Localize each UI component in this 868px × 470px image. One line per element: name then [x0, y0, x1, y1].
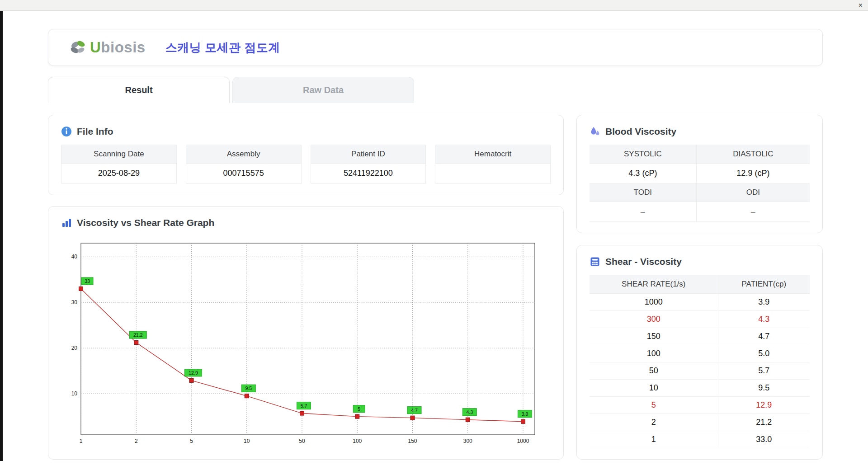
- svg-text:2: 2: [135, 438, 138, 444]
- shear-table-header-row: SHEAR RATE(1/s) PATIENT(cp): [590, 275, 810, 294]
- svg-text:4.3: 4.3: [466, 409, 473, 415]
- patient-cell: 4.3: [718, 311, 810, 328]
- bv-label: DIASTOLIC: [696, 145, 810, 164]
- field-label: Patient ID: [311, 145, 426, 164]
- tab-bar: Result Raw Data: [48, 77, 823, 103]
- file-info-fields: Scanning Date2025-08-29Assembly000715575…: [61, 145, 551, 184]
- info-icon: [61, 126, 72, 137]
- blood-viscosity-title: Blood Viscosity: [605, 126, 676, 137]
- blood-viscosity-table: SYSTOLICDIASTOLIC4.3 (cP)12.9 (cP)TODIOD…: [590, 145, 810, 222]
- patient-cell: 33.0: [718, 431, 810, 448]
- shear-rate-cell: 300: [590, 311, 718, 328]
- bv-value: 12.9 (cP): [696, 164, 810, 183]
- patient-cell: 5.0: [718, 345, 810, 362]
- logo-text-rest: biosis: [101, 39, 145, 56]
- app-content: Ubiosis 스캐닝 모세관 점도계 Result Raw Data File…: [0, 11, 868, 460]
- svg-text:3.9: 3.9: [522, 411, 528, 417]
- shear-rate-cell: 5: [590, 397, 718, 414]
- file-info-field: Hematocrit: [435, 145, 551, 184]
- shear-rate-cell: 2: [590, 414, 718, 431]
- svg-text:10: 10: [244, 438, 250, 444]
- svg-text:9.5: 9.5: [245, 385, 252, 391]
- svg-text:1: 1: [80, 438, 83, 444]
- bv-value: –: [696, 202, 810, 222]
- svg-text:40: 40: [71, 254, 78, 260]
- bv-label: ODI: [696, 183, 810, 202]
- field-label: Scanning Date: [61, 145, 176, 164]
- close-icon[interactable]: ×: [859, 2, 863, 9]
- table-row: 512.9: [590, 397, 810, 414]
- file-info-field: Assembly000715575: [186, 145, 302, 184]
- graph-card: Viscosity vs Shear Rate Graph 1251050100…: [48, 206, 564, 460]
- bv-label-row: SYSTOLICDIASTOLIC: [590, 145, 810, 164]
- patient-cell: 5.7: [718, 362, 810, 380]
- file-info-field: Patient ID52411922100: [311, 145, 426, 184]
- field-label: Assembly: [186, 145, 301, 164]
- table-row: 3004.3: [590, 311, 810, 328]
- patient-cell: 12.9: [718, 397, 810, 414]
- field-value: [435, 164, 550, 183]
- field-value: 000715575: [186, 164, 301, 183]
- blood-viscosity-card: Blood Viscosity SYSTOLICDIASTOLIC4.3 (cP…: [576, 115, 823, 233]
- bv-value: 4.3 (cP): [590, 164, 696, 183]
- shear-rate-cell: 10: [590, 380, 718, 397]
- svg-text:5: 5: [358, 406, 360, 412]
- patient-cell: 3.9: [718, 294, 810, 311]
- svg-text:30: 30: [71, 299, 78, 306]
- svg-text:150: 150: [408, 438, 417, 444]
- file-info-title: File Info: [77, 126, 113, 137]
- file-info-header: File Info: [61, 126, 551, 137]
- shear-viscosity-title: Shear - Viscosity: [605, 256, 682, 267]
- shear-viscosity-card: Shear - Viscosity SHEAR RATE(1/s) PATIEN…: [576, 245, 823, 460]
- right-column: Blood Viscosity SYSTOLICDIASTOLIC4.3 (cP…: [576, 115, 823, 460]
- logo-leaf-icon: [69, 39, 87, 56]
- left-column: File Info Scanning Date2025-08-29Assembl…: [48, 115, 564, 460]
- titlebar: ×: [0, 0, 868, 11]
- bar-chart-icon: [61, 217, 72, 228]
- table-row: 221.2: [590, 414, 810, 431]
- bv-value: –: [590, 202, 696, 222]
- shear-viscosity-table: SHEAR RATE(1/s) PATIENT(cp) 10003.93004.…: [590, 275, 810, 448]
- shear-rate-cell: 100: [590, 345, 718, 362]
- bv-label: SYSTOLIC: [590, 145, 696, 164]
- table-row: 1504.7: [590, 328, 810, 345]
- file-info-field: Scanning Date2025-08-29: [61, 145, 177, 184]
- svg-text:1000: 1000: [517, 438, 529, 444]
- main-grid: File Info Scanning Date2025-08-29Assembl…: [48, 115, 823, 460]
- svg-text:33: 33: [85, 278, 90, 284]
- svg-text:21.2: 21.2: [133, 332, 143, 338]
- bv-value-row: 4.3 (cP)12.9 (cP): [590, 164, 810, 183]
- header-card: Ubiosis 스캐닝 모세관 점도계: [48, 29, 823, 66]
- table-row: 1005.0: [590, 345, 810, 362]
- bv-label-row: TODIODI: [590, 183, 810, 202]
- column-header-patient: PATIENT(cp): [718, 275, 810, 294]
- patient-cell: 9.5: [718, 380, 810, 397]
- tab-result[interactable]: Result: [48, 77, 230, 103]
- shear-rate-cell: 150: [590, 328, 718, 345]
- shear-rate-cell: 1: [590, 431, 718, 448]
- svg-text:5: 5: [190, 438, 193, 444]
- table-row: 133.0: [590, 431, 810, 448]
- svg-text:100: 100: [353, 438, 362, 444]
- file-info-card: File Info Scanning Date2025-08-29Assembl…: [48, 115, 564, 195]
- logo-text-accent: U: [90, 39, 101, 56]
- svg-text:300: 300: [463, 438, 472, 444]
- bv-label: TODI: [590, 183, 696, 202]
- ubiosis-logo: Ubiosis: [69, 39, 146, 56]
- table-row: 505.7: [590, 362, 810, 380]
- bv-value-row: ––: [590, 202, 810, 222]
- shear-viscosity-header: Shear - Viscosity: [590, 256, 810, 267]
- viscosity-chart: 12510501001503001000102030403321.212.99.…: [61, 236, 551, 448]
- graph-header: Viscosity vs Shear Rate Graph: [61, 217, 551, 228]
- page-title: 스캐닝 모세관 점도계: [165, 40, 280, 56]
- graph-title: Viscosity vs Shear Rate Graph: [77, 217, 214, 228]
- field-label: Hematocrit: [435, 145, 550, 164]
- svg-text:4.7: 4.7: [411, 408, 418, 413]
- shear-rate-cell: 50: [590, 362, 718, 380]
- patient-cell: 21.2: [718, 414, 810, 431]
- column-header-shear-rate: SHEAR RATE(1/s): [590, 275, 718, 294]
- svg-text:12.9: 12.9: [189, 370, 198, 376]
- calculator-icon: [590, 256, 600, 267]
- window-edge: [0, 11, 3, 461]
- tab-raw-data[interactable]: Raw Data: [232, 77, 414, 103]
